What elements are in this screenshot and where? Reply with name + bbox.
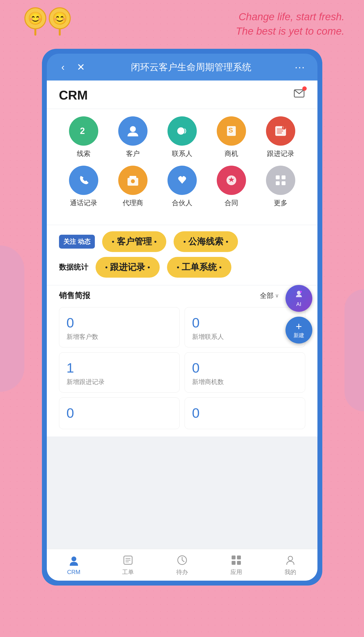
wave-left-decoration	[0, 245, 24, 392]
calls-icon	[69, 166, 98, 195]
followup-record-pill[interactable]: 跟进记录	[96, 257, 160, 278]
notification-badge	[302, 86, 307, 91]
app-row-2: 通话记录 代理商 合伙人	[59, 166, 305, 208]
agents-icon	[118, 166, 148, 195]
ai-fab-button[interactable]: AI	[286, 285, 312, 312]
partners-icon	[168, 166, 197, 195]
app-item-more[interactable]: 更多	[261, 166, 300, 208]
close-button[interactable]: ✕	[74, 59, 88, 75]
sales-report-section: 销售简报 全部 ∨ 本月 ∨ 0	[47, 285, 318, 436]
workorder-nav-label: 工单	[122, 568, 134, 576]
followup-stat-label: 新增跟进记录	[66, 378, 172, 386]
svg-point-23	[72, 556, 76, 561]
bottom-nav-mine[interactable]: 我的	[263, 554, 318, 576]
app-item-clues[interactable]: 2 线索	[64, 116, 103, 158]
emoji-stickers: 😊 😊	[24, 7, 71, 29]
bottom-nav-crm[interactable]: CRM	[47, 554, 101, 575]
notification-button[interactable]	[293, 88, 305, 103]
contracts-label: 合同	[224, 198, 238, 208]
svg-text:2: 2	[80, 126, 85, 136]
app-item-partners[interactable]: 合伙人	[162, 166, 202, 208]
mine-nav-icon	[284, 554, 296, 566]
contacts-label: 新增联系人	[192, 333, 298, 341]
ai-icon	[294, 289, 304, 301]
customers-label: 新增客户数	[66, 333, 172, 341]
customers-count: 0	[66, 315, 172, 331]
new-plus-icon: +	[296, 321, 302, 332]
svg-point-14	[131, 179, 135, 183]
dept-filter-label: 全部	[260, 291, 274, 300]
public-clues-pill[interactable]: 公海线索	[174, 231, 238, 252]
app-row-1: 2 线索 客户 联系人	[59, 116, 305, 158]
sales-report-title: 销售简报	[59, 290, 90, 301]
extra2-count: 0	[192, 405, 298, 421]
features-row-2: 数据统计 跟进记录 工单系统	[59, 257, 305, 278]
work-order-pill[interactable]: 工单系统	[167, 257, 231, 278]
calls-label: 通话记录	[70, 198, 97, 208]
followup-icon: !	[266, 116, 295, 146]
svg-rect-32	[237, 555, 241, 559]
svg-rect-18	[282, 175, 286, 179]
back-button[interactable]: ‹	[59, 59, 67, 75]
deals-stat-label: 新增商机数	[192, 378, 298, 386]
phone-screen: ‹ ✕ 闭环云客户生命周期管理系统 ··· CRM	[47, 54, 318, 581]
svg-rect-20	[282, 181, 286, 185]
emoji-face-1: 😊	[24, 7, 46, 29]
nav-bar: ‹ ✕ 闭环云客户生命周期管理系统 ···	[47, 54, 318, 81]
app-item-calls[interactable]: 通话记录	[64, 166, 103, 208]
svg-point-22	[300, 291, 302, 293]
app-item-agents[interactable]: 代理商	[113, 166, 152, 208]
stats-grid: 0 新增客户数 0 新增联系人 1 新增跟进记录 0 新增商机数	[59, 307, 305, 429]
app-item-deals[interactable]: S 商机	[212, 116, 251, 158]
data-stats-label: 数据统计	[59, 262, 88, 272]
attention-label: 关注 动态	[64, 238, 90, 245]
svg-point-2	[130, 126, 136, 132]
pending-nav-icon	[176, 554, 188, 566]
svg-line-30	[182, 560, 184, 562]
agents-label: 代理商	[123, 198, 143, 208]
dept-filter-button[interactable]: 全部 ∨	[260, 291, 279, 300]
phone-frame: ‹ ✕ 闭环云客户生命周期管理系统 ··· CRM	[42, 49, 322, 585]
app-item-contracts[interactable]: 合同	[212, 166, 251, 208]
stats-header: 销售简报 全部 ∨ 本月 ∨	[59, 285, 305, 304]
svg-text:!: !	[283, 126, 284, 130]
bottom-nav-apps[interactable]: 应用	[209, 554, 263, 576]
more-icon	[266, 166, 295, 195]
clues-label: 线索	[77, 149, 90, 158]
svg-rect-19	[276, 181, 280, 185]
contacts-label: 联系人	[172, 149, 192, 158]
deals-count: 0	[192, 360, 298, 376]
fab-container: AI + 新建	[286, 285, 312, 343]
svg-rect-17	[276, 175, 280, 179]
ai-svg-icon	[294, 289, 304, 299]
crm-title: CRM	[59, 88, 88, 103]
bottom-nav-pending[interactable]: 待办	[155, 554, 209, 576]
extra1-count: 0	[66, 405, 172, 421]
slogan-line1: Change life, start fresh.	[236, 10, 344, 24]
svg-rect-31	[232, 555, 236, 559]
wave-right-decoration	[344, 289, 364, 411]
app-grid: 2 线索 客户 联系人	[47, 109, 318, 225]
clues-icon: 2	[69, 116, 98, 146]
more-button[interactable]: ···	[295, 61, 305, 73]
features-row-1: 关注 动态 客户管理 公海线索	[59, 231, 305, 252]
slogan-line2: The best is yet to come.	[236, 24, 344, 39]
customer-management-pill[interactable]: 客户管理	[102, 231, 166, 252]
app-item-followup[interactable]: ! 跟进记录	[261, 116, 300, 158]
customers-icon	[118, 116, 148, 146]
ai-label: AI	[296, 301, 301, 307]
crm-nav-label: CRM	[67, 569, 80, 575]
pending-nav-label: 待办	[176, 568, 188, 576]
new-fab-button[interactable]: + 新建	[286, 317, 312, 343]
deals-icon: S	[217, 116, 246, 146]
app-item-customers[interactable]: 客户	[113, 116, 152, 158]
app-item-contacts[interactable]: 联系人	[162, 116, 202, 158]
mine-nav-label: 我的	[284, 568, 296, 576]
nav-title: 闭环云客户生命周期管理系统	[95, 61, 288, 74]
bottom-nav-workorder[interactable]: 工单	[101, 554, 155, 576]
contracts-icon	[217, 166, 246, 195]
svg-rect-33	[232, 561, 236, 565]
partners-label: 合伙人	[172, 198, 192, 208]
stat-card-extra2: 0	[184, 397, 305, 429]
svg-rect-13	[130, 176, 136, 178]
